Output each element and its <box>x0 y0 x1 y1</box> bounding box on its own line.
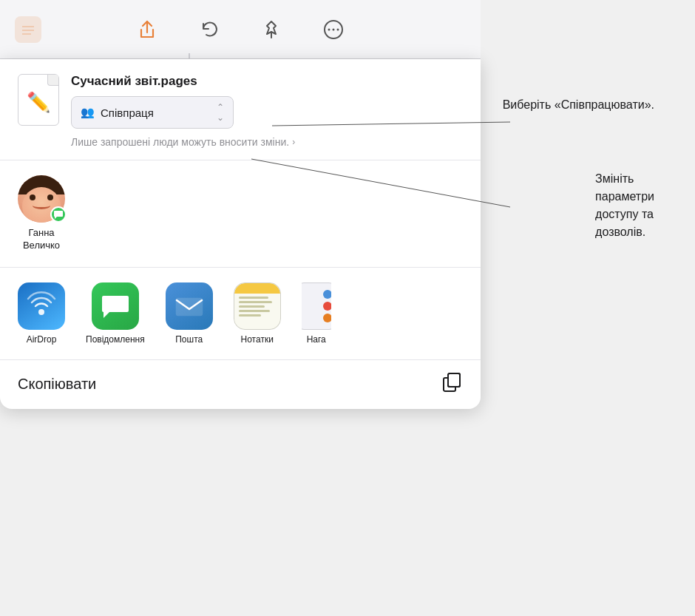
share-button[interactable] <box>134 16 160 43</box>
app-item-airdrop[interactable]: AirDrop <box>18 282 65 345</box>
reminder-dot-blue <box>323 290 331 299</box>
reminders-label: Нага <box>307 334 326 345</box>
more-button[interactable] <box>320 16 347 43</box>
app-item-mail[interactable]: Пошта <box>166 282 213 345</box>
collaborate-text: Співпраця <box>101 106 154 119</box>
pages-app-icon <box>15 16 41 43</box>
pin-button[interactable] <box>258 16 285 43</box>
airdrop-icon <box>18 282 65 330</box>
app-item-reminders[interactable]: Нага <box>302 282 331 345</box>
share-sheet: ✏️ Сучасний звіт.pages 👥 Співпраця ⌃⌄ Ли… <box>0 59 481 409</box>
access-settings[interactable]: Лише запрошені люди можуть вносити зміни… <box>71 136 463 148</box>
app-item-notes[interactable]: Нотатки <box>234 282 281 345</box>
app-item-messages[interactable]: Повідомлення <box>86 282 145 345</box>
left-eye <box>30 194 35 200</box>
people-icon: 👥 <box>81 106 95 119</box>
notes-label: Нотатки <box>241 334 274 345</box>
contact-item[interactable]: ГаннаВеличко <box>18 175 65 252</box>
mail-label: Пошта <box>175 334 203 345</box>
reminders-icon <box>302 282 331 330</box>
svg-rect-10 <box>177 299 202 315</box>
messages-icon <box>92 282 139 330</box>
svg-point-6 <box>328 28 330 30</box>
file-details: Сучасний звіт.pages 👥 Співпраця ⌃⌄ Лише … <box>71 74 463 148</box>
svg-rect-12 <box>448 373 460 387</box>
copy-label: Скопіювати <box>18 376 96 393</box>
smile <box>33 202 50 209</box>
undo-button[interactable] <box>196 16 223 43</box>
file-pen-icon: ✏️ <box>27 91 50 114</box>
file-name: Сучасний звіт.pages <box>71 74 463 89</box>
reminder-dot-orange <box>323 314 331 322</box>
access-text-label: Лише запрошені люди можуть вносити зміни… <box>71 136 289 148</box>
messages-badge <box>50 206 67 223</box>
collaborate-dropdown[interactable]: 👥 Співпраця ⌃⌄ <box>71 96 234 129</box>
messages-label: Повідомлення <box>86 334 145 345</box>
copy-action[interactable]: Скопіювати <box>0 360 481 409</box>
contact-name: ГаннаВеличко <box>23 227 60 252</box>
svg-point-9 <box>38 309 44 315</box>
airdrop-label: AirDrop <box>27 334 57 345</box>
svg-point-7 <box>333 28 335 30</box>
chevron-updown-icon: ⌃⌄ <box>217 102 224 123</box>
file-section: ✏️ Сучасний звіт.pages 👥 Співпраця ⌃⌄ Ли… <box>0 59 481 160</box>
contacts-section: ГаннаВеличко <box>0 160 481 268</box>
callout-1: Виберіть «Співпрацювати». <box>503 96 654 114</box>
right-eye <box>47 194 53 200</box>
notes-icon <box>234 282 281 330</box>
callout-2: Змінітьпараметридоступу тадозволів. <box>595 170 654 241</box>
reminder-dot-red <box>323 302 331 311</box>
access-chevron-icon: › <box>292 137 295 147</box>
apps-section: AirDrop Повідомлення Пошта <box>0 268 481 360</box>
avatar-container <box>18 175 65 223</box>
mail-icon <box>166 282 213 330</box>
svg-point-8 <box>337 28 339 30</box>
copy-icon <box>442 372 463 397</box>
file-icon: ✏️ <box>18 74 59 126</box>
collaborate-label: 👥 Співпраця <box>81 106 154 119</box>
toolbar <box>0 0 481 59</box>
